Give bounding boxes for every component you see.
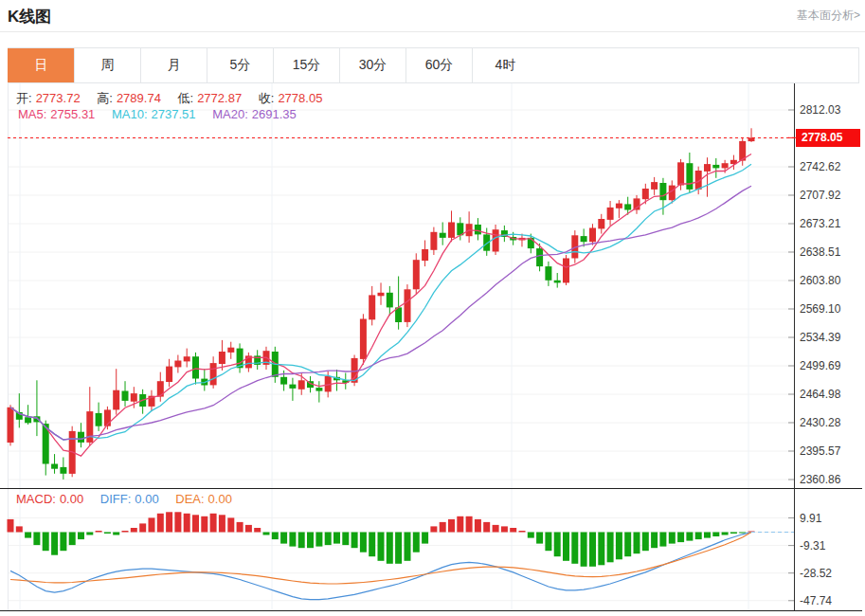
candle-body [280, 377, 287, 385]
candle-body [528, 238, 534, 248]
axis-label: 9.91 [800, 512, 822, 525]
macd-bar [493, 525, 499, 533]
macd-bar [712, 533, 719, 537]
candle-body [545, 266, 551, 281]
macd-bar [554, 533, 561, 557]
candle-body [651, 182, 658, 190]
macd-bar [104, 533, 111, 534]
macd-bar [457, 516, 463, 533]
macd-bar [501, 526, 508, 532]
macd-bar [563, 533, 569, 561]
candle-body [60, 467, 66, 474]
candle-body [210, 363, 217, 385]
candle-body [387, 293, 393, 308]
ma5-line [10, 154, 751, 457]
macd-bar [659, 533, 666, 547]
tab-15min[interactable]: 15分 [273, 48, 339, 82]
axis-label: 2603.80 [800, 274, 841, 287]
macd-bar [78, 533, 84, 540]
axis-label: 2569.10 [800, 302, 841, 316]
chart-area[interactable]: 2812.032742.622707.922673.212638.512603.… [0, 83, 865, 616]
macd-bar [405, 533, 411, 561]
axis-label: 2464.98 [800, 388, 841, 401]
axis-label: 2638.51 [800, 245, 841, 259]
fundamental-analysis-link[interactable]: 基本面分析> [797, 8, 860, 24]
macd-bar [616, 533, 622, 560]
candle-body [219, 352, 225, 364]
candle-body [493, 229, 499, 251]
candle-body [122, 391, 129, 401]
macd-bar [395, 533, 402, 564]
candle-body [598, 219, 604, 228]
kline-module: K线图 基本面分析> 日 周 月 5分 15分 30分 60分 4时 2812.… [0, 0, 865, 616]
macd-bar [192, 515, 199, 532]
macd-bar [263, 533, 270, 535]
axis-label: 2499.69 [800, 359, 841, 372]
candle-body [712, 165, 719, 169]
candle-body [554, 281, 561, 283]
macd-bar [571, 533, 578, 564]
tab-60min[interactable]: 60分 [405, 48, 472, 82]
axis-label: 2360.86 [800, 473, 841, 486]
macd-bar [43, 533, 49, 552]
tab-4hour[interactable]: 4时 [472, 48, 538, 82]
axis-label: -47.74 [800, 594, 832, 607]
macd-bar [528, 533, 534, 538]
macd-bar [607, 533, 614, 563]
macd-bar [157, 514, 164, 533]
macd-bar [51, 533, 58, 555]
macd-bar [174, 512, 181, 532]
candle-body [51, 464, 58, 469]
macd-bar [315, 533, 322, 547]
tab-month[interactable]: 月 [140, 48, 207, 82]
candle-body [298, 380, 305, 390]
candle-body [686, 163, 693, 190]
macd-bar [351, 533, 358, 549]
macd-bar [272, 533, 279, 540]
macd-bar [307, 533, 314, 549]
macd-bar [139, 523, 146, 532]
macd-bar [624, 533, 631, 557]
macd-bar [598, 533, 604, 566]
macd-bar [16, 526, 23, 532]
axis-label: 2812.03 [800, 103, 841, 117]
macd-bar [704, 533, 711, 538]
tab-30min[interactable]: 30分 [339, 48, 405, 82]
macd-bar [184, 514, 190, 533]
macd-bar [430, 526, 437, 532]
candle-body [430, 232, 437, 250]
macd-bar [289, 533, 296, 547]
candle-body [369, 295, 375, 319]
candle-body [704, 164, 711, 172]
macd-bar [483, 522, 490, 533]
candle-body [563, 259, 569, 283]
candle-body [607, 208, 614, 220]
macd-bar [378, 533, 385, 561]
macd-bar [245, 525, 252, 533]
candle-body [677, 162, 684, 185]
tab-5min[interactable]: 5分 [207, 48, 273, 82]
module-header: K线图 基本面分析> [0, 0, 865, 32]
macd-bar [280, 533, 287, 544]
macd-bar [227, 517, 234, 532]
candle-body [642, 189, 649, 199]
kline-canvas[interactable]: 2812.032742.622707.922673.212638.512603.… [0, 83, 865, 616]
macd-bar [669, 533, 676, 544]
axis-label: 2673.21 [800, 217, 841, 230]
macd-bar [448, 519, 455, 533]
candle-body [113, 390, 119, 410]
macd-bar [422, 533, 428, 544]
macd-bar [634, 533, 640, 554]
macd-bar [387, 533, 393, 564]
macd-bar [413, 533, 420, 553]
tab-week[interactable]: 周 [74, 48, 140, 82]
macd-bar [60, 533, 66, 552]
candle-body [8, 408, 14, 443]
candle-body [96, 413, 102, 426]
candle-body [475, 225, 481, 234]
macd-bar [298, 533, 305, 549]
tab-day[interactable]: 日 [8, 48, 74, 82]
macd-bar [739, 533, 746, 534]
candle-body [360, 319, 367, 359]
macd-bar [219, 515, 225, 532]
